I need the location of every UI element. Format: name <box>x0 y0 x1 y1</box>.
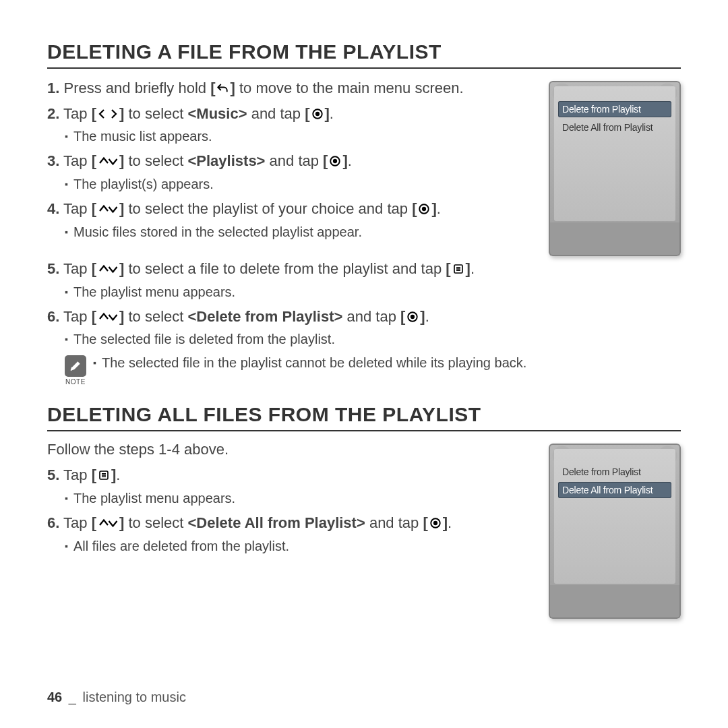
select-icon <box>323 151 348 171</box>
device1-menu-item-selected: Delete from Playlist <box>558 101 671 117</box>
step-5-sub: The playlist menu appears. <box>65 284 681 300</box>
note-pencil-icon <box>65 355 86 377</box>
device2-menu-item-selected: Delete All from Playlist <box>558 482 671 498</box>
page-number: 46 <box>47 690 62 704</box>
select-icon <box>423 513 448 533</box>
note-text: The selected file in the playlist cannot… <box>93 354 526 372</box>
select-icon <box>305 104 330 124</box>
menu-icon <box>446 259 471 279</box>
menu-icon <box>92 465 117 485</box>
page-footer: 46 _ listening to music <box>47 690 186 705</box>
step-5: 5. Tap to select a file to delete from t… <box>47 259 681 279</box>
device2-menu-item: Delete from Playlist <box>558 464 671 480</box>
device-screenshot-1: Delete from Playlist Delete All from Pla… <box>549 81 681 256</box>
device-screenshot-2: Delete from Playlist Delete All from Pla… <box>549 444 681 619</box>
sec2-step-6: 6. Tap to select <Delete All from Playli… <box>47 513 479 533</box>
step-6: 6. Tap to select <Delete from Playlist> … <box>47 307 681 327</box>
note-block: NOTE The selected file in the playlist c… <box>65 354 681 386</box>
device1-menu-item: Delete All from Playlist <box>558 119 671 135</box>
left-right-icon <box>92 104 125 124</box>
up-down-icon <box>92 513 125 533</box>
select-icon <box>412 199 437 219</box>
back-icon <box>210 78 235 98</box>
select-icon <box>400 307 425 327</box>
section2-title: DELETING ALL FILES FROM THE PLAYLIST <box>47 403 681 431</box>
up-down-icon <box>92 307 125 327</box>
note-label: NOTE <box>65 378 86 386</box>
step-6-sub: The selected file is deleted from the pl… <box>65 332 681 347</box>
chapter-name: listening to music <box>83 690 186 704</box>
up-down-icon <box>92 151 125 171</box>
up-down-icon <box>92 199 125 219</box>
section1-title: DELETING A FILE FROM THE PLAYLIST <box>47 40 681 69</box>
up-down-icon <box>92 259 125 279</box>
